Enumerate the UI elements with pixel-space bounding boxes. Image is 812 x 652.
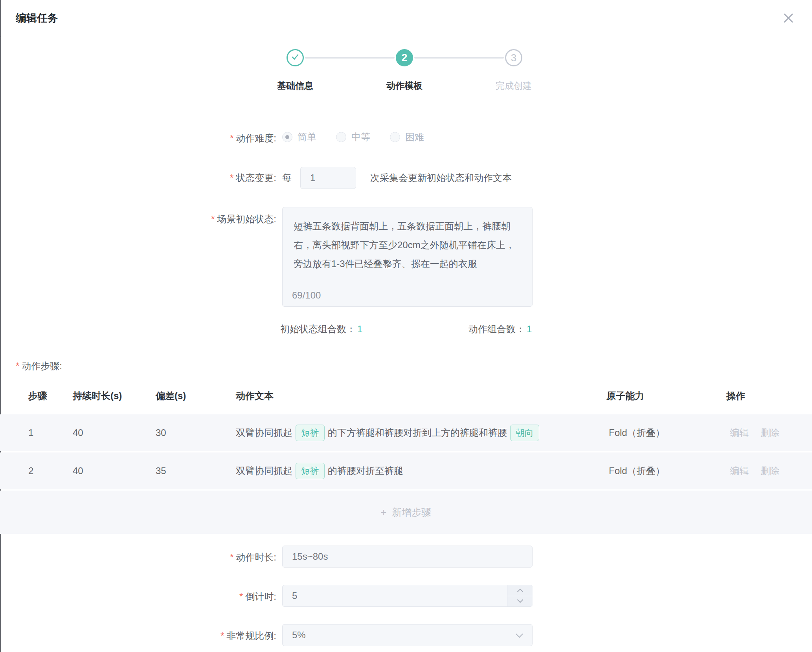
step-3-circle: 3 bbox=[505, 49, 522, 66]
wizard-stepper: 2 3 基础信息 动作模板 完成创建 bbox=[287, 49, 532, 96]
step-deviation: 30 bbox=[156, 414, 166, 451]
countdown-label: *倒计时: bbox=[239, 590, 276, 603]
step-number: 3 bbox=[511, 52, 516, 64]
table-body: 14030双臂协同抓起短裤的下方裤腿和裤腰对折到上方的裤腿和裤腰朝向Fold（折… bbox=[0, 414, 812, 534]
table-row: 24035双臂协同抓起短裤的裤腰对折至裤腿Fold（折叠）编辑删除 bbox=[0, 452, 812, 489]
action-tag: 短裤 bbox=[296, 463, 325, 479]
radio-icon bbox=[390, 132, 400, 142]
step-ability: Fold（折叠） bbox=[609, 452, 665, 489]
radio-selected-icon bbox=[282, 132, 292, 142]
col-duration: 持续时长(s) bbox=[73, 377, 122, 414]
action-tag: 朝向 bbox=[510, 425, 539, 441]
char-counter: 69/100 bbox=[292, 290, 321, 301]
col-actions: 操作 bbox=[726, 377, 745, 414]
step-connector bbox=[414, 57, 504, 59]
action-steps-label: *动作步骤: bbox=[16, 360, 62, 372]
edit-link[interactable]: 编辑 bbox=[730, 427, 749, 439]
col-action-text: 动作文本 bbox=[236, 377, 274, 414]
step-2-circle: 2 bbox=[396, 49, 413, 66]
step-number: 2 bbox=[401, 52, 407, 64]
dialog-left-edge bbox=[0, 0, 1, 652]
countdown-input[interactable] bbox=[283, 585, 507, 606]
radio-simple[interactable]: 简单 bbox=[282, 131, 316, 143]
difficulty-radio-group: 简单 中等 困难 bbox=[282, 131, 424, 143]
radio-label: 困难 bbox=[405, 131, 424, 143]
step-ability: Fold（折叠） bbox=[609, 414, 665, 451]
combo-value: 1 bbox=[357, 324, 362, 334]
required-mark: * bbox=[211, 214, 215, 224]
delete-link[interactable]: 删除 bbox=[761, 465, 779, 477]
step-connector bbox=[305, 57, 395, 59]
required-mark: * bbox=[230, 172, 233, 183]
table-row: 14030双臂协同抓起短裤的下方裤腿和裤腰对折到上方的裤腿和裤腰朝向Fold（折… bbox=[0, 414, 812, 451]
delete-link[interactable]: 删除 bbox=[761, 427, 779, 439]
step-actions: 编辑删除 bbox=[730, 414, 779, 451]
chevron-down-icon bbox=[517, 597, 523, 603]
spinner-decrease-button[interactable] bbox=[507, 596, 533, 606]
unusual-ratio-select[interactable]: 5% bbox=[282, 624, 533, 646]
action-combo-count: 动作组合数：1 bbox=[468, 323, 532, 335]
chevron-down-icon bbox=[516, 630, 523, 637]
unusual-ratio-label: *非常规比例: bbox=[220, 630, 276, 642]
step-3-label: 完成创建 bbox=[496, 80, 532, 92]
countdown-field bbox=[282, 585, 533, 607]
radio-medium[interactable]: 中等 bbox=[336, 131, 370, 143]
step-deviation: 35 bbox=[156, 452, 166, 489]
step-action-text: 双臂协同抓起短裤的下方裤腿和裤腰对折到上方的裤腿和裤腰朝向 bbox=[236, 414, 542, 451]
radio-hard[interactable]: 困难 bbox=[390, 131, 424, 143]
state-change-prefix: 每 bbox=[282, 172, 292, 184]
required-mark: * bbox=[230, 552, 233, 562]
action-tag: 短裤 bbox=[296, 425, 325, 441]
step-action-text: 双臂协同抓起短裤的裤腰对折至裤腿 bbox=[236, 452, 403, 489]
step-1-label: 基础信息 bbox=[277, 80, 313, 92]
col-deviation: 偏差(s) bbox=[156, 377, 186, 414]
step-duration: 40 bbox=[73, 452, 83, 489]
combo-value: 1 bbox=[527, 324, 532, 334]
required-mark: * bbox=[230, 133, 233, 143]
state-change-suffix: 次采集会更新初始状态和动作文本 bbox=[370, 172, 512, 184]
dialog-header: 编辑任务 bbox=[0, 0, 812, 37]
col-step: 步骤 bbox=[28, 377, 47, 414]
radio-icon bbox=[336, 132, 346, 142]
state-change-input[interactable] bbox=[300, 167, 356, 189]
duration-label: *动作时长: bbox=[230, 551, 276, 564]
close-button[interactable] bbox=[781, 11, 795, 25]
table-header: 步骤 持续时长(s) 偏差(s) 动作文本 原子能力 操作 bbox=[0, 377, 812, 414]
number-spinner bbox=[507, 585, 532, 606]
check-icon bbox=[290, 52, 300, 63]
edit-task-dialog: 编辑任务 2 3 基础信息 动作模板 完成创建 *动作难度: 简单 bbox=[0, 0, 812, 652]
initial-state-label: *场景初始状态: bbox=[211, 213, 276, 225]
step-duration: 40 bbox=[73, 414, 83, 451]
step-actions: 编辑删除 bbox=[730, 452, 779, 489]
plus-icon: + bbox=[381, 507, 387, 518]
select-value: 5% bbox=[292, 625, 306, 646]
spinner-increase-button[interactable] bbox=[507, 585, 533, 596]
required-mark: * bbox=[16, 361, 19, 371]
initial-state-combo-count: 初始状态组合数：1 bbox=[280, 323, 362, 335]
dialog-title: 编辑任务 bbox=[16, 11, 58, 25]
step-2-label: 动作模板 bbox=[386, 80, 423, 92]
add-step-label: 新增步骤 bbox=[392, 506, 431, 519]
chevron-up-icon bbox=[517, 589, 523, 595]
difficulty-label: *动作难度: bbox=[230, 132, 276, 145]
step-number: 2 bbox=[28, 452, 33, 489]
radio-label: 简单 bbox=[298, 131, 316, 143]
state-change-row: 每 次采集会更新初始状态和动作文本 bbox=[282, 167, 512, 189]
step-number: 1 bbox=[28, 414, 33, 451]
col-ability: 原子能力 bbox=[606, 377, 644, 414]
add-step-button[interactable]: + 新增步骤 bbox=[0, 491, 812, 534]
required-mark: * bbox=[220, 630, 224, 641]
radio-label: 中等 bbox=[351, 131, 370, 143]
state-change-label: *状态变更: bbox=[230, 172, 276, 184]
close-icon bbox=[781, 11, 795, 25]
duration-input[interactable] bbox=[282, 546, 533, 568]
required-mark: * bbox=[239, 591, 243, 602]
edit-link[interactable]: 编辑 bbox=[730, 465, 749, 477]
initial-state-field: 短裤五条数据背面朝上，五条数据正面朝上，裤腰朝右，离头部视野下方至少20cm之外… bbox=[282, 207, 533, 307]
step-1-circle bbox=[287, 49, 304, 66]
